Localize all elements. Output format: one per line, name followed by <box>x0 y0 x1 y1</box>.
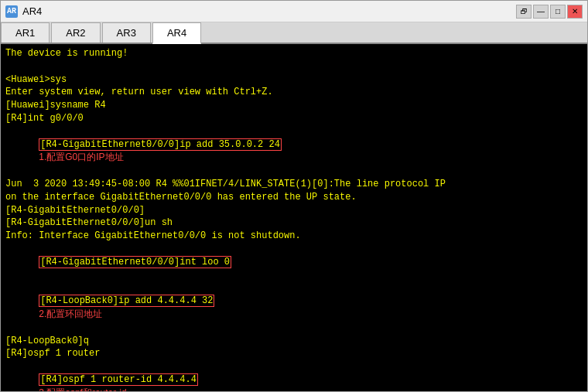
terminal-area[interactable]: The device is running! <Huawei>sys Enter… <box>1 44 587 391</box>
maximize-button[interactable]: □ <box>550 5 566 19</box>
highlight-ip-config: [R4-GigabitEthernet0/0/0]ip add 35.0.0.2… <box>39 138 282 151</box>
terminal-line-1: The device is running! <box>5 47 583 60</box>
terminal-line-10: [R4-GigabitEthernet0/0/0]un sh <box>5 216 583 230</box>
minimize-button[interactable]: — <box>533 5 549 19</box>
terminal-line-blank1 <box>5 60 583 73</box>
tab-ar1[interactable]: AR1 <box>1 22 50 43</box>
tab-ar3[interactable]: AR3 <box>102 22 151 43</box>
terminal-line-9: [R4-GigabitEthernet0/0/0] <box>5 204 583 217</box>
window-controls: 🗗 — □ ✕ <box>516 5 583 19</box>
terminal-line-3: Enter system view, return user view with… <box>5 86 583 99</box>
terminal-line-12: [R4-GigabitEthernet0/0/0]int loo 0 <box>5 243 583 281</box>
annotation-3: 3.配置ospf和router-id <box>39 387 126 391</box>
terminal-line-8: on the interface GigabitEthernet0/0/0 ha… <box>5 191 583 204</box>
terminal-line-4: [Huawei]sysname R4 <box>5 99 583 112</box>
terminal-line-13: [R4-LoopBack0]ip add 4.4.4.4 32 2.配置环回地址 <box>5 281 583 334</box>
terminal-line-7: Jun 3 2020 13:49:45-08:00 R4 %%01IFNET/4… <box>5 178 583 191</box>
highlight-loopback-1: [R4-GigabitEthernet0/0/0]int loo 0 <box>39 256 231 268</box>
window-title: AR4 <box>22 5 42 17</box>
terminal-line-14: [R4-LoopBack0]q <box>5 335 583 348</box>
title-bar-left: AR AR4 <box>5 5 42 18</box>
annotation-2: 2.配置环回地址 <box>39 308 102 319</box>
highlight-loopback-2: [R4-LoopBack0]ip add 4.4.4.4 32 <box>39 295 214 307</box>
highlight-router-id: [R4]ospf 1 router-id 4.4.4.4 <box>39 373 198 386</box>
title-bar: AR AR4 🗗 — □ ✕ <box>1 1 587 22</box>
tab-ar2[interactable]: AR2 <box>51 22 100 43</box>
close-button[interactable]: ✕ <box>567 5 583 19</box>
terminal-line-2: <Huawei>sys <box>5 73 583 87</box>
app-icon: AR <box>5 5 18 18</box>
tab-bar: AR1 AR2 AR3 AR4 <box>1 22 587 44</box>
terminal-line-15: [R4]ospf 1 router <box>5 347 583 360</box>
main-window: AR AR4 🗗 — □ ✕ AR1 AR2 AR3 AR4 The devic… <box>0 0 588 392</box>
terminal-line-16: [R4]ospf 1 router-id 4.4.4.4 3.配置ospf和ro… <box>5 360 583 391</box>
restore-button[interactable]: 🗗 <box>516 5 532 19</box>
terminal-line-5: [R4]int g0/0/0 <box>5 112 583 125</box>
terminal-line-6: [R4-GigabitEthernet0/0/0]ip add 35.0.0.2… <box>5 125 583 178</box>
annotation-1: 1.配置G0口的IP地址 <box>39 152 123 162</box>
tab-ar4[interactable]: AR4 <box>152 22 201 44</box>
terminal-line-11: Info: Interface GigabitEthernet0/0/0 is … <box>5 230 583 243</box>
